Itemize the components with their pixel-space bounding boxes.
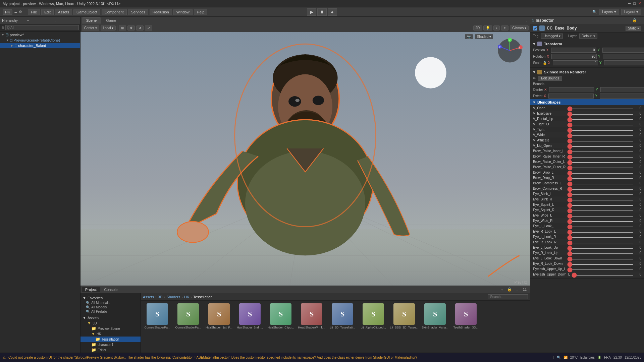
gameobject-menu[interactable]: GameObject — [73, 9, 100, 15]
window-menu[interactable]: Window — [173, 9, 193, 15]
lock-scale-icon[interactable]: 🔒 — [543, 61, 547, 65]
asset-item[interactable]: S HairShader_Clipp... — [266, 302, 296, 330]
blendshape-slider[interactable] — [567, 162, 633, 163]
blendshape-slider[interactable] — [567, 178, 633, 179]
center-y-input[interactable]: -0.142336 — [600, 87, 644, 92]
hierarchy-item-preview[interactable]: ▼ ⊞ preview* — [0, 32, 80, 38]
breadcrumb-item-assets[interactable]: Assets — [143, 295, 154, 299]
maximize-btn[interactable]: □ — [633, 1, 636, 6]
edit-menu[interactable]: Edit — [41, 9, 54, 15]
inspector-more-btn[interactable]: ⋮ — [638, 18, 642, 22]
breadcrumb-item-hk[interactable]: HK — [184, 295, 189, 299]
sidebar-item-all-models[interactable]: 🔍All Models — [80, 305, 141, 309]
cloud-icon[interactable]: ☁ — [14, 10, 17, 14]
blendshape-slider[interactable] — [567, 130, 633, 131]
project-lock-btn[interactable]: 🔒 — [506, 287, 513, 292]
assets-menu[interactable]: Assets — [55, 9, 72, 15]
minimize-btn[interactable]: ─ — [628, 1, 631, 6]
hierarchy-item-character[interactable]: ▶ □ character_Baked — [0, 43, 80, 48]
blendshape-slider[interactable] — [567, 243, 633, 243]
blendshape-slider[interactable] — [567, 119, 633, 120]
sidebar-item-tessellation[interactable]: 📁Tessellation — [80, 337, 141, 342]
blendshape-slider[interactable] — [567, 173, 633, 174]
blendshape-slider[interactable] — [567, 248, 633, 249]
breadcrumb-item-shaders[interactable]: Shaders — [166, 295, 180, 299]
blendshape-slider[interactable] — [567, 194, 633, 195]
vp-shading-btn[interactable]: Shaded ▾ — [475, 34, 493, 39]
search-icon[interactable]: 🔍 — [592, 10, 597, 14]
transform-more-icon[interactable]: ⋮ — [638, 42, 642, 46]
component-menu[interactable]: Component — [102, 9, 127, 15]
blendshape-slider[interactable] — [567, 221, 633, 222]
gizmos-btn[interactable]: Gizmos ▾ — [510, 25, 529, 31]
asset-search-input[interactable] — [488, 294, 528, 299]
realusion-menu[interactable]: Realusion — [150, 9, 172, 15]
blendshape-slider[interactable] — [567, 125, 633, 125]
layout-dropdown[interactable]: Layout ▾ — [621, 9, 641, 15]
edit-bounds-btn[interactable]: Edit Bounds — [538, 76, 562, 81]
project-add-btn[interactable]: + — [499, 288, 505, 292]
sidebar-item-editor[interactable]: 📁Editor — [80, 347, 141, 353]
view-2d-btn[interactable]: 2D — [473, 25, 482, 31]
local-btn[interactable]: Local ▾ — [101, 25, 116, 31]
skinned-mesh-header[interactable]: ▼ Skinned Mesh Renderer ⋮ — [530, 69, 644, 75]
blendshape-slider[interactable] — [567, 146, 633, 147]
move-tool[interactable]: ✥ — [127, 25, 135, 31]
scene-more-btn[interactable]: ⋮ — [525, 18, 529, 22]
asset-item[interactable]: S CorneaShaderPa... — [173, 302, 203, 330]
blendshape-slider[interactable] — [567, 237, 633, 238]
hierarchy-search-input[interactable] — [5, 25, 79, 30]
scale-x-input[interactable] — [553, 60, 598, 65]
rotate-tool[interactable]: ↺ — [136, 25, 144, 31]
inspector-lock-icon[interactable]: 🔒 — [632, 18, 637, 22]
light-btn[interactable]: 💡 — [483, 25, 492, 31]
asset-item[interactable]: S Lit_3D_Tessellati... — [327, 302, 358, 330]
mesh-more-icon[interactable]: ⋮ — [638, 70, 642, 74]
blendshape-slider[interactable] — [567, 216, 633, 217]
favorites-header[interactable]: ▼ Favorites — [80, 295, 141, 301]
blendshape-slider[interactable] — [567, 259, 633, 259]
asset-item[interactable]: S HairShader_2nd_... — [235, 302, 265, 330]
close-btn[interactable]: ✕ — [638, 1, 641, 6]
scale-y-input[interactable] — [604, 60, 644, 65]
services-menu[interactable]: Services — [128, 9, 148, 15]
blendshape-slider[interactable] — [567, 227, 633, 227]
static-dropdown[interactable]: Static ▾ — [626, 26, 641, 31]
object-active-checkbox[interactable] — [533, 26, 537, 31]
blendshape-slider[interactable] — [567, 152, 633, 152]
tab-game[interactable]: Game — [102, 17, 120, 23]
hierarchy-item-prefab[interactable]: ▼ □ PreviewScenePrefab(Clone) — [0, 38, 80, 43]
blendshape-slider[interactable] — [567, 109, 633, 109]
sidebar-item-3d[interactable]: ▼3D — [80, 320, 141, 326]
tab-console[interactable]: Console — [101, 287, 121, 292]
asset-item[interactable]: S SkinShader_Varia... — [420, 302, 450, 330]
blendshape-slider[interactable] — [567, 205, 633, 206]
asset-item[interactable]: S CorneaShaderPa... — [142, 302, 172, 330]
settings-icon[interactable]: ⚙ — [19, 10, 22, 14]
asset-item[interactable]: S HairShader_1st_P... — [204, 302, 234, 330]
blendshape-slider[interactable] — [567, 184, 633, 184]
viewport[interactable]: X Y Z 📷 Shaded ▾ Prev HQ — [80, 32, 530, 286]
transform-header[interactable]: ▼ Transform ⋮ — [530, 41, 644, 47]
position-y-input[interactable] — [602, 48, 644, 53]
hierarchy-add-btn[interactable]: + — [27, 18, 52, 22]
blendshape-slider[interactable] — [567, 269, 633, 270]
asset-item[interactable]: S Lit_AlphaClipped... — [358, 302, 388, 330]
breadcrumb-item-3d[interactable]: 3D — [158, 295, 163, 299]
asset-item[interactable]: S TeethShader_3D... — [451, 302, 481, 330]
sidebar-item-all-materials[interactable]: 🔍All Materials — [80, 301, 141, 305]
blendshape-slider[interactable] — [567, 157, 633, 158]
extent-y-input[interactable]: 0.8921298 — [600, 94, 644, 99]
assets-header[interactable]: ▼ Assets — [80, 315, 141, 320]
blendshape-slider[interactable] — [572, 275, 633, 276]
search-icon-status[interactable]: 🔍 — [557, 356, 561, 359]
play-button[interactable]: ▶ — [307, 8, 316, 16]
audio-btn[interactable]: ♪ — [493, 25, 500, 31]
blendshape-slider[interactable] — [567, 189, 633, 190]
blendshape-slider[interactable] — [567, 114, 633, 115]
tab-project[interactable]: Project — [82, 287, 100, 292]
rect-tool[interactable]: ⊞ — [119, 25, 126, 31]
sidebar-item-character1[interactable]: 📁character1 — [80, 342, 141, 347]
pause-button[interactable]: ⏸ — [317, 8, 327, 16]
blendshape-slider[interactable] — [567, 200, 633, 200]
